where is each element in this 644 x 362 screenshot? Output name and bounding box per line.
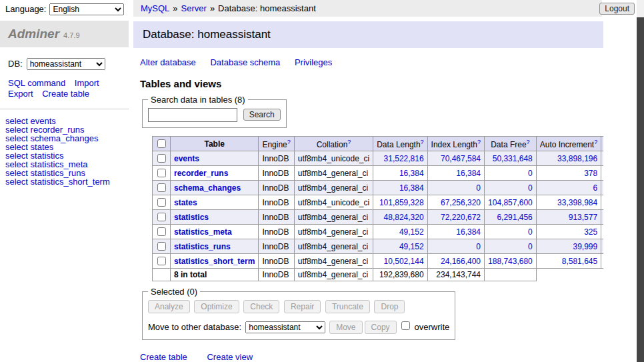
search-button[interactable]: Search: [243, 109, 281, 121]
engine-help-link[interactable]: ?: [287, 139, 291, 145]
row-checkbox[interactable]: [157, 227, 166, 236]
row-checkbox[interactable]: [157, 213, 166, 221]
index-length-link[interactable]: 70,467,584: [441, 154, 481, 163]
search-input[interactable]: [148, 108, 237, 122]
index-length-link[interactable]: 24,166,400: [441, 257, 481, 266]
table-name-link[interactable]: statistics_meta: [174, 227, 232, 237]
data-length-link[interactable]: 49,152: [399, 242, 424, 251]
data-free-link[interactable]: 188,743,680: [488, 257, 533, 266]
move-button[interactable]: Move: [329, 321, 362, 334]
auto-increment-link[interactable]: 378: [584, 169, 597, 178]
engine-cell: InnoDB: [259, 166, 294, 181]
row-checkbox[interactable]: [157, 242, 166, 251]
auto-increment-link[interactable]: 6: [593, 183, 597, 193]
data-free-link[interactable]: 50,331,648: [493, 154, 533, 163]
create-table-link[interactable]: Create table: [140, 352, 187, 362]
analyze-button[interactable]: Analyze: [148, 300, 190, 313]
row-checkbox[interactable]: [157, 198, 166, 207]
data-length-link[interactable]: 16,384: [399, 183, 424, 193]
main-content: Database: homeassistant Alter database D…: [133, 17, 603, 362]
auto-increment-link[interactable]: 33,398,984: [557, 198, 597, 207]
collation-cell: utf8mb4_unicode_ci: [294, 151, 373, 166]
sidebar-item-select-statistics-short-term[interactable]: select statistics_short_term: [5, 177, 123, 186]
table-name-cell: recorder_runs: [171, 166, 259, 181]
index-length-link[interactable]: 16,384: [456, 169, 481, 178]
copy-button[interactable]: Copy: [365, 321, 397, 334]
index-length-link[interactable]: 72,220,672: [441, 213, 481, 222]
privileges-link[interactable]: Privileges: [295, 57, 332, 67]
table-name-link[interactable]: statistics: [174, 213, 209, 222]
truncate-button[interactable]: Truncate: [325, 300, 370, 313]
col-header-label: Auto Increment: [540, 140, 594, 149]
index-length-link[interactable]: 0: [476, 183, 481, 193]
rows-count-cell: ~ 299,833: [601, 195, 603, 210]
move-db-select[interactable]: homeassistant: [245, 321, 325, 333]
sidebar-link-export[interactable]: Export: [8, 89, 33, 99]
drop-button[interactable]: Drop: [374, 300, 405, 313]
database-schema-link[interactable]: Database schema: [210, 57, 280, 67]
data-length-help-link[interactable]: ?: [421, 139, 424, 145]
data-free-help-link[interactable]: ?: [527, 139, 530, 145]
data-free-link[interactable]: 104,857,600: [488, 198, 533, 207]
db-label: DB:: [8, 59, 23, 69]
auto-increment-help-link[interactable]: ?: [594, 139, 597, 145]
repair-button[interactable]: Repair: [284, 300, 321, 313]
data-length-link[interactable]: 10,502,144: [384, 257, 424, 266]
breadcrumb-link-mysql[interactable]: MySQL: [141, 3, 169, 13]
data-length-link[interactable]: 48,824,320: [384, 213, 424, 222]
index-length-link[interactable]: 0: [476, 242, 481, 251]
sidebar-link-create-table[interactable]: Create table: [42, 89, 89, 99]
table-name-link[interactable]: statistics_short_term: [174, 257, 255, 266]
auto-increment-link[interactable]: 325: [584, 227, 597, 237]
sidebar-table-list: select events select recorder_runs selec…: [0, 109, 129, 193]
create-view-link[interactable]: Create view: [207, 352, 253, 362]
alter-database-link[interactable]: Alter database: [140, 57, 196, 67]
index-length-link[interactable]: 16,384: [456, 227, 481, 237]
index-length-link[interactable]: 67,256,320: [441, 198, 481, 207]
optimize-button[interactable]: Optimize: [194, 300, 239, 313]
language-select[interactable]: English: [49, 3, 124, 15]
vertical-scrollbar[interactable]: [637, 0, 644, 362]
db-select[interactable]: homeassistant: [27, 58, 105, 70]
table-row: statistics InnoDB utf8mb4_general_ci 48,…: [153, 210, 604, 225]
scrollbar-thumb[interactable]: [637, 17, 644, 362]
data-length-link[interactable]: 101,859,328: [379, 198, 424, 207]
sidebar-link-import[interactable]: Import: [75, 78, 99, 89]
breadcrumb-link-server[interactable]: Server: [181, 3, 207, 13]
auto-increment-link[interactable]: 8,581,645: [562, 257, 597, 266]
table-name-cell: statistics_meta: [171, 225, 259, 239]
auto-increment-link[interactable]: 33,898,196: [557, 154, 597, 163]
select-all-checkbox[interactable]: [157, 139, 166, 148]
table-name-link[interactable]: states: [174, 198, 197, 207]
auto-increment-link[interactable]: 913,577: [569, 213, 597, 222]
data-length-link[interactable]: 49,152: [399, 227, 424, 237]
data-free-link[interactable]: 6,291,456: [497, 213, 532, 222]
index-length-cell: 67,256,320: [427, 195, 484, 210]
collation-help-link[interactable]: ?: [347, 139, 351, 145]
data-length-link[interactable]: 16,384: [399, 169, 424, 178]
overwrite-label[interactable]: overwrite: [415, 322, 450, 332]
table-row: statistics_runs InnoDB utf8mb4_general_c…: [153, 239, 604, 254]
table-name-link[interactable]: events: [174, 154, 199, 163]
auto-increment-link[interactable]: 39,999: [573, 242, 597, 251]
total-engine-cell: InnoDB: [259, 269, 294, 281]
data-length-link[interactable]: 31,522,816: [384, 154, 424, 163]
table-name-link[interactable]: statistics_runs: [174, 242, 231, 251]
table-name-link[interactable]: recorder_runs: [174, 169, 228, 178]
row-checkbox[interactable]: [157, 183, 166, 192]
sidebar-link-sql-command[interactable]: SQL command: [8, 78, 65, 89]
tables-overview-table: Table Engine? Collation? Data Length? In…: [152, 136, 603, 281]
data-free-link[interactable]: 0: [528, 242, 533, 251]
row-checkbox[interactable]: [157, 257, 166, 265]
data-free-link[interactable]: 0: [528, 169, 533, 178]
overwrite-checkbox[interactable]: [401, 321, 410, 330]
check-button[interactable]: Check: [243, 300, 279, 313]
table-name-link[interactable]: schema_changes: [174, 183, 241, 193]
index-length-help-link[interactable]: ?: [477, 139, 481, 145]
logout-button[interactable]: Logout: [599, 3, 635, 15]
row-checkbox[interactable]: [157, 169, 166, 177]
row-checkbox[interactable]: [157, 154, 166, 163]
data-free-link[interactable]: 0: [528, 227, 533, 237]
data-free-cell: 188,743,680: [485, 254, 537, 269]
data-free-link[interactable]: 0: [528, 183, 533, 193]
